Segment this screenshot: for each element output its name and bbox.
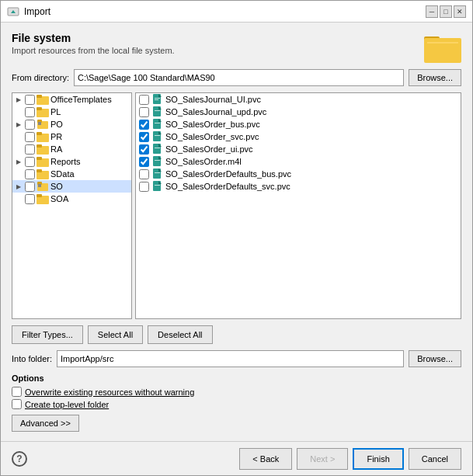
svg-rect-7 bbox=[37, 95, 42, 98]
tree-label: Reports bbox=[50, 157, 81, 166]
svg-rect-29 bbox=[155, 99, 158, 100]
tree-item-officetemplates[interactable]: ▶ OfficeTemplates bbox=[12, 93, 131, 106]
expand-arrow: ▶ bbox=[14, 121, 23, 128]
into-folder-input[interactable] bbox=[57, 350, 404, 367]
maximize-button[interactable]: □ bbox=[440, 5, 452, 18]
file-checkbox[interactable] bbox=[139, 95, 149, 105]
folder-icon bbox=[37, 106, 49, 117]
svg-rect-35 bbox=[155, 123, 160, 123]
finish-button[interactable]: Finish bbox=[353, 448, 403, 470]
folder-icon bbox=[37, 193, 49, 204]
file-label: SO_SalesOrder_svc.pvc bbox=[165, 132, 259, 141]
file-teal-icon bbox=[152, 144, 163, 155]
tree-checkbox-sdata[interactable] bbox=[25, 169, 35, 179]
file-checkbox[interactable] bbox=[139, 107, 149, 117]
file-checkbox[interactable] bbox=[139, 169, 149, 179]
file-teal-icon bbox=[152, 94, 163, 105]
tree-item-reports[interactable]: ▶ Reports bbox=[12, 155, 131, 168]
file-item-sales-order-svc[interactable]: SO_SalesOrder_svc.pvc bbox=[136, 130, 461, 143]
options-section: Options Overwrite existing resources wit… bbox=[12, 374, 461, 432]
svg-rect-38 bbox=[155, 135, 160, 136]
filter-types-button[interactable]: Filter Types... bbox=[12, 325, 83, 344]
tree-label: PR bbox=[50, 132, 62, 141]
page-header-left: File system Import resources from the lo… bbox=[12, 32, 175, 55]
folder-tree-panel[interactable]: ▶ OfficeTemplates PL ▶ bbox=[12, 92, 132, 319]
file-item-sales-order-defaults-svc[interactable]: SO_SalesOrderDefaults_svc.pvc bbox=[136, 180, 461, 193]
folder-icon bbox=[37, 119, 49, 130]
file-label: SO_SalesOrderDefaults_bus.pvc bbox=[165, 169, 291, 179]
expand-arrow: ▶ bbox=[14, 183, 23, 190]
file-item-sales-order-defaults-bus[interactable]: SO_SalesOrderDefaults_bus.pvc bbox=[136, 168, 461, 180]
file-checkbox[interactable] bbox=[139, 120, 149, 130]
svg-rect-9 bbox=[37, 107, 42, 110]
file-label: SO_SalesJournal_upd.pvc bbox=[165, 107, 266, 116]
bottom-left: ? bbox=[12, 451, 27, 467]
tree-label: SO bbox=[50, 182, 63, 191]
large-folder-icon bbox=[424, 32, 461, 63]
tree-checkbox-pr[interactable] bbox=[25, 132, 35, 142]
file-checkbox[interactable] bbox=[139, 157, 149, 167]
cancel-button[interactable]: Cancel bbox=[409, 448, 461, 470]
tree-item-sdata[interactable]: SData bbox=[12, 168, 131, 180]
tree-checkbox-officetemplates[interactable] bbox=[25, 95, 35, 105]
svg-rect-32 bbox=[155, 110, 160, 111]
overwrite-checkbox[interactable] bbox=[12, 387, 22, 397]
file-label: SO_SalesJournal_UI.pvc bbox=[165, 95, 261, 104]
advanced-button[interactable]: Advanced >> bbox=[12, 415, 79, 432]
into-folder-browse-button[interactable]: Browse... bbox=[409, 350, 461, 367]
tree-checkbox-reports[interactable] bbox=[25, 157, 35, 167]
from-directory-browse-button[interactable]: Browse... bbox=[409, 69, 461, 86]
svg-rect-4 bbox=[424, 38, 461, 60]
minimize-button[interactable]: ─ bbox=[426, 5, 438, 18]
tree-label: PL bbox=[50, 107, 61, 116]
into-folder-label: Into folder: bbox=[12, 354, 52, 363]
file-list-panel[interactable]: SO_SalesJournal_UI.pvc SO_SalesJournal_u… bbox=[135, 92, 461, 319]
file-label: SO_SalesOrder.m4l bbox=[165, 157, 242, 166]
file-checkbox[interactable] bbox=[139, 132, 149, 142]
create-top-level-checkbox[interactable] bbox=[12, 399, 22, 409]
tree-item-po[interactable]: ▶ PO bbox=[12, 118, 131, 130]
file-teal-icon bbox=[152, 181, 163, 192]
page-subtitle: Import resources from the local file sys… bbox=[12, 46, 175, 55]
file-item-sales-journal-ui[interactable]: SO_SalesJournal_UI.pvc bbox=[136, 93, 461, 106]
file-teal-icon bbox=[152, 169, 163, 179]
svg-rect-50 bbox=[155, 185, 160, 186]
tree-checkbox-ra[interactable] bbox=[25, 144, 35, 155]
file-item-sales-order-ui[interactable]: SO_SalesOrder_ui.pvc bbox=[136, 143, 461, 155]
tree-item-soa[interactable]: SOA bbox=[12, 193, 131, 205]
svg-rect-12 bbox=[38, 122, 41, 125]
svg-rect-14 bbox=[37, 132, 42, 135]
tree-item-pl[interactable]: PL bbox=[12, 106, 131, 118]
file-panels: ▶ OfficeTemplates PL ▶ bbox=[12, 92, 461, 319]
help-button[interactable]: ? bbox=[12, 451, 27, 467]
from-directory-row: From directory: Browse... bbox=[12, 69, 461, 86]
from-directory-label: From directory: bbox=[12, 73, 69, 82]
tree-checkbox-po[interactable] bbox=[25, 120, 35, 130]
tree-label: RA bbox=[50, 144, 62, 154]
file-item-sales-journal-upd[interactable]: SO_SalesJournal_upd.pvc bbox=[136, 106, 461, 118]
next-button[interactable]: Next > bbox=[297, 448, 348, 470]
back-button[interactable]: < Back bbox=[239, 448, 292, 470]
file-item-sales-order-bus[interactable]: SO_SalesOrder_bus.pvc bbox=[136, 118, 461, 130]
select-all-button[interactable]: Select All bbox=[88, 325, 143, 344]
from-directory-input[interactable] bbox=[74, 69, 404, 86]
tree-label: SData bbox=[50, 169, 75, 179]
title-bar-left: Import bbox=[7, 5, 50, 18]
tree-item-so[interactable]: ▶ SO bbox=[12, 180, 131, 193]
tree-checkbox-so[interactable] bbox=[25, 182, 35, 192]
expand-arrow: ▶ bbox=[14, 158, 23, 165]
close-button[interactable]: ✕ bbox=[454, 5, 466, 18]
file-item-sales-order-m4l[interactable]: SO_SalesOrder.m4l bbox=[136, 155, 461, 168]
create-top-level-label: Create top-level folder bbox=[25, 400, 109, 409]
tree-checkbox-soa[interactable] bbox=[25, 194, 35, 204]
svg-rect-20 bbox=[37, 169, 42, 172]
tree-item-pr[interactable]: PR bbox=[12, 130, 131, 143]
file-label: SO_SalesOrder_bus.pvc bbox=[165, 120, 260, 129]
deselect-all-button[interactable]: Deselect All bbox=[148, 325, 212, 344]
file-checkbox[interactable] bbox=[139, 182, 149, 192]
tree-item-ra[interactable]: RA bbox=[12, 143, 131, 155]
file-checkbox[interactable] bbox=[139, 144, 149, 155]
tree-checkbox-pl[interactable] bbox=[25, 107, 35, 117]
svg-rect-25 bbox=[37, 194, 42, 197]
options-title: Options bbox=[12, 374, 461, 383]
